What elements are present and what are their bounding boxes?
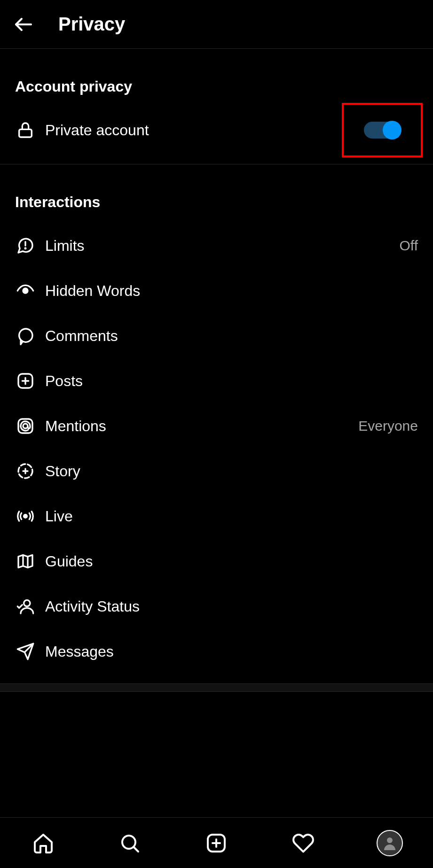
row-value-mentions: Everyone [358,418,418,434]
live-icon [15,506,36,527]
nav-new-post[interactable] [202,829,230,857]
row-value-limits: Off [400,238,418,254]
row-posts[interactable]: Posts [0,358,433,403]
guides-icon [15,551,36,572]
svg-point-16 [24,600,30,606]
row-label-comments: Comments [45,327,418,345]
highlight-box [342,103,423,157]
private-account-toggle[interactable] [364,122,401,139]
hidden-words-icon [15,280,36,301]
toggle-knob [383,121,402,140]
row-guides[interactable]: Guides [0,539,433,584]
messages-icon [15,641,36,662]
nav-search[interactable] [116,829,144,857]
mentions-icon [15,416,36,436]
svg-line-18 [134,847,138,852]
back-button[interactable] [9,10,38,39]
row-label-messages: Messages [45,643,418,660]
header: Privacy [0,0,433,49]
row-label-story: Story [45,463,418,480]
posts-icon [15,371,36,391]
svg-point-22 [387,837,393,843]
row-activity-status[interactable]: Activity Status [0,584,433,629]
home-icon [32,832,55,854]
bottom-nav [0,817,433,868]
row-live[interactable]: Live [0,494,433,539]
row-label-activity-status: Activity Status [45,598,418,615]
comments-icon [15,326,36,346]
avatar [377,830,403,856]
plus-square-icon [205,832,228,854]
row-label-posts: Posts [45,372,418,390]
svg-point-13 [24,515,27,518]
row-story[interactable]: Story [0,449,433,494]
limits-icon [15,235,36,256]
row-hidden-words[interactable]: Hidden Words [0,268,433,313]
row-limits[interactable]: Limits Off [0,223,433,268]
person-icon [381,835,398,852]
heart-icon [292,832,315,854]
row-label-live: Live [45,508,418,525]
page-title: Privacy [58,14,125,35]
row-private-account[interactable]: Private account [0,108,433,153]
row-mentions[interactable]: Mentions Everyone [0,403,433,449]
svg-point-4 [23,288,28,293]
svg-point-3 [25,248,26,249]
row-comments[interactable]: Comments [0,313,433,358]
svg-rect-1 [19,129,32,137]
lock-icon [15,120,36,140]
row-label-private-account: Private account [45,122,342,139]
row-label-mentions: Mentions [45,418,358,435]
arrow-left-icon [12,13,35,36]
search-icon [118,832,141,854]
section-gap [0,683,433,692]
row-label-hidden-words: Hidden Words [45,282,418,300]
row-messages[interactable]: Messages [0,629,433,674]
section-title-account-privacy: Account privacy [0,49,433,108]
nav-home[interactable] [29,829,57,857]
nav-profile[interactable] [376,829,404,857]
story-icon [15,461,36,481]
content: Account privacy Private account Interact… [0,49,433,692]
row-label-limits: Limits [45,237,400,255]
nav-activity[interactable] [289,829,317,857]
section-title-interactions: Interactions [0,164,433,223]
row-label-guides: Guides [45,553,418,570]
activity-status-icon [15,596,36,617]
